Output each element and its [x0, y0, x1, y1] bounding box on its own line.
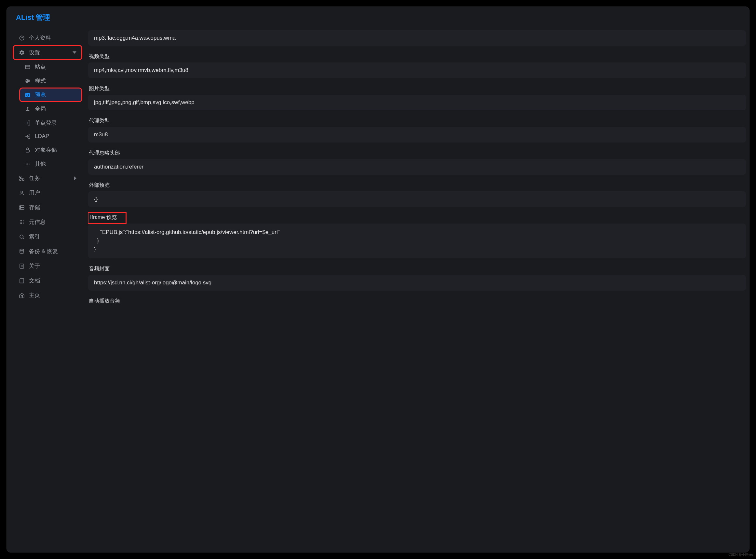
field-autoplay-audio: 自动播放音频 [88, 296, 749, 307]
iframe-preview-input[interactable]: "EPUB.js":"https://alist-org.github.io/s… [88, 224, 746, 258]
audio-cover-input[interactable]: https://jsd.nn.ci/gh/alist-org/logo@main… [88, 275, 746, 291]
sidebar-item-backup[interactable]: 备份 & 恢复 [13, 244, 82, 258]
sidebar-item-label: 单点登录 [35, 119, 57, 127]
sidebar-item-label: 元信息 [29, 218, 46, 226]
sidebar-subitem-other[interactable]: 其他 [20, 157, 82, 171]
sidebar-item-label: 索引 [29, 233, 40, 241]
field-proxy-ignore-headers: 代理忽略头部 authorization,referer [88, 148, 749, 175]
window-icon [24, 64, 31, 70]
sidebar-item-label: 预览 [35, 91, 46, 98]
sidebar-item-profile[interactable]: 个人资料 [13, 31, 82, 45]
proxy-types-input[interactable]: m3u8 [88, 127, 746, 142]
audio-types-input[interactable]: mp3,flac,ogg,m4a,wav,opus,wma [88, 30, 746, 46]
sidebar-item-label: 备份 & 恢复 [29, 248, 58, 255]
camera-icon [24, 92, 31, 98]
field-iframe-preview: Iframe 预览 "EPUB.js":"https://alist-org.g… [88, 213, 749, 258]
field-label: 自动播放音频 [88, 296, 120, 307]
sidebar-item-metas[interactable]: 元信息 [13, 215, 82, 229]
sidebar-subitem-ldap[interactable]: LDAP [20, 130, 82, 142]
dots-icon [24, 161, 31, 167]
svg-rect-17 [20, 220, 21, 221]
user-icon [19, 190, 25, 196]
sidebar-subitem-object-storage[interactable]: 对象存储 [20, 143, 82, 157]
note-icon [19, 263, 25, 269]
field-video-types: 视频类型 mp4,mkv,avi,mov,rmvb,webm,flv,m3u8 [88, 52, 749, 78]
external-preview-input[interactable]: {} [88, 191, 746, 207]
sidebar-subitem-style[interactable]: 样式 [20, 74, 82, 88]
login-icon [24, 133, 31, 140]
sidebar-item-label: 个人资料 [29, 34, 51, 42]
sidebar-item-label: 站点 [35, 63, 46, 71]
field-external-preview: 外部预览 {} [88, 181, 749, 207]
home-icon [19, 292, 25, 299]
field-audio-cover: 音频封面 https://jsd.nn.ci/gh/alist-org/logo… [88, 264, 749, 291]
field-label: 图片类型 [88, 84, 110, 95]
search-icon [19, 233, 25, 240]
svg-rect-10 [22, 179, 24, 181]
sidebar-subitem-preview[interactable]: 预览 [20, 88, 82, 102]
sidebar-item-label: 用户 [29, 189, 40, 197]
image-types-input[interactable]: jpg,tiff,jpeg,png,gif,bmp,svg,ico,swf,we… [88, 95, 746, 110]
app-header: AList 管理 [7, 7, 749, 26]
svg-rect-21 [21, 222, 22, 222]
field-image-types: 图片类型 jpg,tiff,jpeg,png,gif,bmp,svg,ico,s… [88, 84, 749, 110]
svg-point-12 [21, 191, 23, 193]
watermark: CSDN @小怪yes [728, 553, 753, 557]
svg-rect-23 [20, 223, 21, 224]
sidebar-item-label: 关于 [29, 262, 40, 270]
sidebar-item-about[interactable]: 关于 [13, 259, 82, 273]
brand-title[interactable]: AList 管理 [16, 13, 740, 22]
chevron-right-icon [74, 176, 76, 180]
sidebar-item-label: 样式 [35, 77, 46, 85]
sidebar-subitem-site[interactable]: 站点 [20, 60, 82, 73]
field-label: Iframe 预览 [88, 213, 126, 224]
sidebar-item-label: LDAP [35, 133, 49, 140]
sidebar-item-label: 对象存储 [35, 146, 57, 154]
sidebar-item-settings[interactable]: 设置 [13, 46, 82, 60]
sidebar: 个人资料 设置 站点 样式 预览 全局 [7, 26, 88, 552]
sidebar-item-docs[interactable]: 文档 [13, 274, 82, 288]
field-label: 代理类型 [88, 116, 110, 127]
svg-rect-20 [20, 222, 21, 222]
svg-point-8 [29, 163, 30, 164]
field-proxy-types: 代理类型 m3u8 [88, 116, 749, 142]
login-icon [24, 120, 31, 126]
grid-icon [19, 219, 25, 225]
sidebar-item-label: 主页 [29, 292, 40, 299]
proxy-ignore-headers-input[interactable]: authorization,referer [88, 159, 746, 175]
sidebar-item-label: 其他 [35, 160, 46, 167]
video-types-input[interactable]: mp4,mkv,avi,mov,rmvb,webm,flv,m3u8 [88, 63, 746, 78]
database-icon [19, 248, 25, 255]
tree-icon [19, 175, 25, 182]
svg-point-15 [21, 206, 21, 207]
field-label: 外部预览 [88, 181, 110, 191]
field-label: 视频类型 [88, 52, 110, 63]
svg-rect-9 [20, 176, 21, 178]
sidebar-item-label: 文档 [29, 277, 40, 284]
lock-icon [24, 147, 31, 153]
sidebar-item-storage[interactable]: 存储 [13, 200, 82, 215]
sidebar-subitem-global[interactable]: 全局 [20, 102, 82, 115]
sidebar-item-indexes[interactable]: 索引 [13, 230, 82, 244]
svg-rect-18 [21, 220, 22, 221]
svg-rect-4 [26, 110, 30, 111]
svg-point-27 [20, 249, 24, 250]
chevron-down-icon [72, 51, 76, 54]
svg-rect-11 [20, 179, 21, 181]
svg-point-26 [20, 235, 23, 239]
sidebar-item-label: 设置 [29, 49, 40, 56]
gear-icon [19, 49, 25, 56]
svg-point-6 [26, 163, 27, 164]
joystick-icon [24, 106, 31, 112]
field-label: 音频封面 [88, 264, 110, 275]
sidebar-item-tasks[interactable]: 任务 [13, 171, 82, 185]
field-label: 代理忽略头部 [88, 148, 120, 159]
svg-rect-25 [23, 223, 23, 224]
sidebar-item-users[interactable]: 用户 [13, 186, 82, 200]
sidebar-subitem-sso[interactable]: 单点登录 [20, 116, 82, 130]
book-icon [19, 277, 25, 284]
svg-rect-1 [25, 65, 30, 69]
sidebar-item-home[interactable]: 主页 [13, 288, 82, 302]
palette-icon [24, 78, 31, 84]
svg-point-16 [21, 208, 21, 209]
